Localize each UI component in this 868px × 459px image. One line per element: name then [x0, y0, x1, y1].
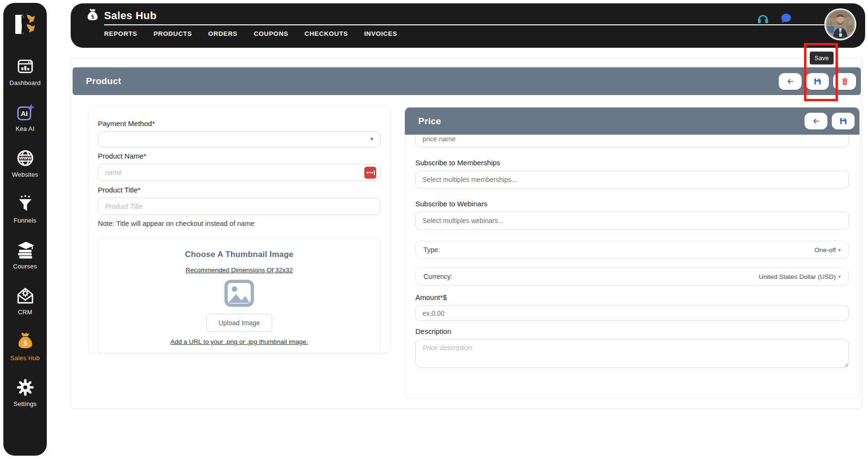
nav-invoices[interactable]: INVOICES — [364, 30, 397, 37]
type-row: Type: One-off ▾ — [415, 241, 849, 259]
currency-row: Currency: United States Dollar (USD) ▾ — [415, 267, 849, 286]
thumbnail-dimensions-link: Recommended Dimensions Of 32x32 — [186, 267, 293, 274]
sidebar: Dashboard AI Kea AI — [3, 3, 47, 456]
main-content: Product — [71, 57, 862, 409]
nav-checkouts[interactable]: CHECKOUTS — [305, 30, 348, 37]
webinars-label: Subscribe to Webinars — [415, 200, 849, 208]
description-label: Description — [415, 327, 849, 335]
crm-icon — [15, 286, 35, 306]
product-name-label: Product Name* — [98, 152, 381, 160]
image-placeholder-icon — [224, 279, 254, 307]
price-card: Price — [404, 107, 860, 399]
memberships-label: Subscribe to Memberships — [415, 159, 849, 167]
sidebar-item-sales-hub[interactable]: $ Sales Hub — [3, 331, 47, 362]
currency-select[interactable]: United States Dollar (USD) ▾ — [759, 273, 841, 280]
sidebar-item-label: Settings — [13, 400, 37, 407]
type-value: One-off — [815, 246, 836, 254]
header-icons — [756, 11, 793, 25]
sidebar-item-settings[interactable]: Settings — [3, 377, 47, 407]
price-fields: Name* Subscribe to Memberships Subscribe… — [405, 107, 859, 370]
back-arrow-icon — [786, 77, 794, 85]
type-label: Type: — [423, 246, 440, 254]
image-placeholder — [98, 279, 380, 309]
sidebar-item-label: Courses — [13, 263, 37, 270]
sidebar-item-dashboard[interactable]: Dashboard — [3, 56, 47, 86]
payment-method-select[interactable]: ▾ — [98, 131, 381, 148]
thumbnail-url-link[interactable]: Add a URL to your .png or .jpg thumbnail… — [170, 338, 308, 345]
delete-button[interactable] — [833, 73, 856, 90]
product-title-note: Note: Title will appear on checkout inst… — [98, 220, 381, 227]
merge-fields-button[interactable] — [364, 167, 376, 179]
sidebar-item-label: Sales Hub — [11, 354, 40, 362]
product-name-input[interactable] — [98, 164, 381, 181]
upload-image-button[interactable]: Upload Image — [206, 314, 272, 332]
sidebar-item-label: Dashboard — [10, 79, 41, 86]
headphones-icon[interactable] — [756, 11, 770, 25]
price-save-button[interactable] — [832, 113, 855, 129]
save-floppy-icon — [839, 117, 847, 125]
product-title-field-wrap — [98, 198, 381, 215]
chevron-down-icon: ▾ — [838, 247, 841, 253]
funnel-icon — [15, 194, 35, 214]
user-avatar[interactable] — [824, 8, 857, 41]
app-logo[interactable] — [12, 11, 39, 37]
svg-text:www: www — [19, 155, 32, 160]
sidebar-item-label: Funnels — [14, 217, 37, 224]
price-back-button[interactable] — [804, 113, 827, 129]
price-bar-actions — [804, 113, 855, 129]
price-section-title: Price — [418, 116, 441, 127]
top-header: $ Sales Hub REPORTS PRODUCTS ORDERS COUP… — [71, 3, 865, 48]
page-title: Sales Hub — [104, 10, 157, 22]
header-underline — [104, 24, 824, 25]
sidebar-item-label: CRM — [18, 309, 32, 316]
back-button[interactable] — [779, 73, 802, 90]
memberships-input[interactable] — [415, 171, 849, 189]
currency-label: Currency: — [423, 273, 453, 280]
currency-value: United States Dollar (USD) — [759, 273, 836, 280]
webinars-input[interactable] — [415, 212, 849, 230]
save-floppy-icon — [814, 77, 822, 85]
sidebar-nav: Dashboard AI Kea AI — [3, 56, 47, 407]
product-title-label: Product Title* — [98, 186, 381, 194]
nav-coupons[interactable]: COUPONS — [254, 30, 288, 37]
product-bar-actions — [779, 73, 856, 90]
save-tooltip: Save — [810, 52, 834, 64]
description-textarea[interactable] — [415, 339, 849, 368]
product-form-card: Payment Method* ▾ Product Name* Prod — [88, 107, 391, 353]
sidebar-item-crm[interactable]: CRM — [3, 286, 47, 316]
dashboard-icon — [15, 56, 35, 76]
header-nav: REPORTS PRODUCTS ORDERS COUPONS CHECKOUT… — [104, 30, 397, 37]
product-section-title: Product — [86, 76, 121, 86]
payment-method-label: Payment Method* — [98, 119, 381, 128]
page: Dashboard AI Kea AI — [0, 0, 868, 459]
sidebar-item-label: Kea AI — [16, 125, 35, 132]
thumbnail-title: Choose A Thumbnail Image — [98, 250, 380, 259]
svg-text:$: $ — [91, 13, 94, 20]
back-arrow-icon — [812, 117, 820, 125]
trash-icon — [841, 77, 849, 85]
product-title-input[interactable] — [98, 198, 381, 215]
amount-input[interactable] — [415, 305, 849, 321]
chat-icon[interactable] — [779, 11, 793, 25]
sidebar-item-websites[interactable]: www Websites — [3, 148, 47, 178]
globe-www-icon: www — [15, 148, 35, 168]
money-bag-icon: $ — [15, 331, 35, 352]
save-button[interactable] — [806, 73, 829, 90]
chevron-down-icon: ▾ — [838, 274, 841, 280]
svg-text:$: $ — [23, 339, 27, 348]
sidebar-item-courses[interactable]: Courses — [3, 240, 47, 270]
courses-icon — [15, 240, 35, 260]
chevron-down-icon: ▾ — [370, 135, 373, 142]
nav-orders[interactable]: ORDERS — [208, 30, 237, 37]
nav-reports[interactable]: REPORTS — [104, 30, 137, 37]
kea-logo-icon — [12, 11, 39, 37]
type-select[interactable]: One-off ▾ — [815, 246, 841, 254]
sidebar-item-kea-ai[interactable]: AI Kea AI — [3, 102, 47, 132]
nav-products[interactable]: PRODUCTS — [153, 30, 192, 37]
merge-fields-icon — [364, 167, 376, 179]
sidebar-item-funnels[interactable]: Funnels — [3, 194, 47, 224]
price-header-bar: Price — [405, 107, 859, 135]
amount-label: Amount*$ — [415, 293, 849, 301]
sales-hub-bag-icon: $ — [86, 8, 99, 23]
thumbnail-card: Choose A Thumbnail Image Recommended Dim… — [98, 237, 381, 354]
